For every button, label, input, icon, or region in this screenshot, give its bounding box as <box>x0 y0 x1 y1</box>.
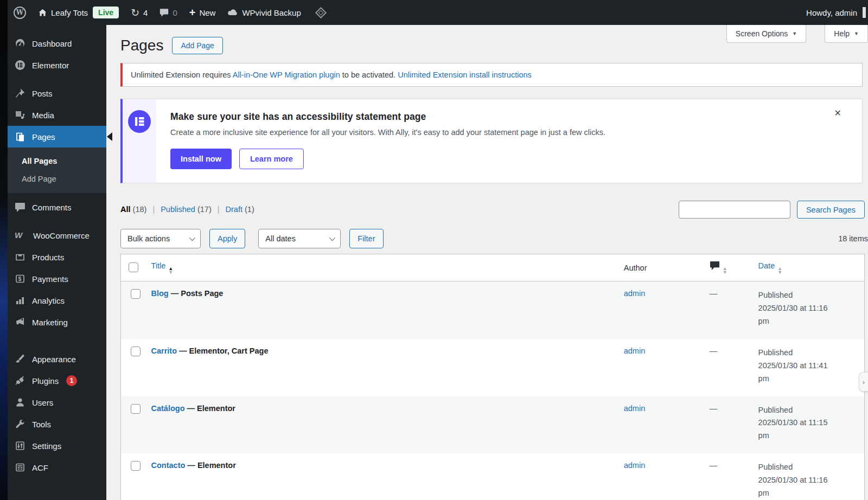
row-checkbox[interactable] <box>131 347 141 356</box>
date-cell: Published2025/01/30 at 11:15 pm <box>758 404 840 443</box>
new-content-link[interactable]: + New <box>183 0 222 25</box>
comments-icon <box>15 202 25 213</box>
sidebar-item-all-pages[interactable]: All Pages <box>8 152 106 170</box>
sidebar-item-users[interactable]: Users <box>8 392 106 413</box>
apply-button[interactable]: Apply <box>209 229 245 248</box>
install-instructions-link[interactable]: Unlimited Extension install instructions <box>398 70 532 79</box>
help-tab[interactable]: Help ▼ <box>825 25 868 43</box>
page-title-link[interactable]: Blog <box>151 289 168 298</box>
page-title-link[interactable]: Carrito <box>151 347 177 355</box>
sidebar-item-products[interactable]: Products <box>8 246 106 268</box>
megaphone-icon <box>15 317 25 328</box>
user-icon <box>15 397 25 408</box>
slideout-panel-handle[interactable]: › <box>859 372 868 392</box>
migration-plugin-link[interactable]: All-in-One WP Migration plugin <box>233 70 340 79</box>
sidebar-item-label: Users <box>32 398 53 407</box>
sidebar-item-acf[interactable]: ACF <box>8 457 106 478</box>
items-count: 18 items <box>838 234 868 243</box>
dates-filter-select[interactable]: All dates <box>258 229 341 248</box>
learn-more-button[interactable]: Learn more <box>239 149 304 169</box>
sidebar-item-pages[interactable]: Pages <box>8 126 106 148</box>
admin-bar: W Leafy Tots Live ↻ 4 0 + New WPvivid Ba… <box>8 0 868 25</box>
sidebar-item-label: Tools <box>32 420 51 429</box>
howdy-account-link[interactable]: Howdy, admin <box>806 8 857 17</box>
site-name: Leafy Tots <box>51 8 88 17</box>
author-link[interactable]: admin <box>624 404 646 413</box>
page-title: Pages <box>120 37 163 54</box>
sidebar-item-label: ACF <box>32 463 48 472</box>
sidebar-item-elementor[interactable]: Elementor <box>8 54 106 76</box>
sidebar-item-label: Payments <box>32 274 68 284</box>
main-content: Screen Options ▼ Help ▼ Pages Add Page U… <box>106 25 868 500</box>
author-column-header: Author <box>624 264 647 272</box>
sidebar-item-payments[interactable]: $ Payments <box>8 268 106 290</box>
sidebar-item-tools[interactable]: Tools <box>8 413 106 435</box>
filter-published-link[interactable]: Published <box>161 205 195 214</box>
comments-column-icon[interactable] <box>710 261 720 270</box>
sidebar-item-woocommerce[interactable]: W WooCommerce <box>8 225 106 246</box>
chevron-down-icon: ▼ <box>792 31 797 36</box>
filter-draft-link[interactable]: Draft <box>226 205 242 214</box>
page-title-suffix: — Posts Page <box>169 289 224 298</box>
table-header-row: Title▲▼ Author ▲▼ Date▲▼ <box>121 254 865 281</box>
chevron-down-icon: ▼ <box>854 31 859 36</box>
elementor-logo-column <box>123 99 156 183</box>
search-pages-button[interactable]: Search Pages <box>797 201 865 219</box>
row-checkbox[interactable] <box>131 404 141 414</box>
comments-count: 0 <box>173 8 177 17</box>
screen-options-tab[interactable]: Screen Options ▼ <box>726 25 806 43</box>
author-link[interactable]: admin <box>624 289 646 298</box>
svg-text:$: $ <box>18 275 22 282</box>
comments-link[interactable]: 0 <box>154 0 183 25</box>
filter-button[interactable]: Filter <box>349 229 383 248</box>
close-icon[interactable]: ✕ <box>834 108 841 118</box>
sidebar-item-analytics[interactable]: Analytics <box>8 290 106 311</box>
sidebar-item-dashboard[interactable]: Dashboard <box>8 33 106 54</box>
analytics-bars-icon <box>15 295 25 306</box>
site-name-link[interactable]: Leafy Tots Live <box>32 0 125 25</box>
settings-sliders-icon <box>15 440 25 451</box>
sidebar-item-add-page[interactable]: Add Page <box>8 170 106 188</box>
select-all-checkbox[interactable] <box>129 262 138 272</box>
sidebar-item-plugins[interactable]: Plugins 1 <box>8 370 106 392</box>
author-link[interactable]: admin <box>624 461 646 470</box>
elementor-logo-icon <box>128 110 151 133</box>
plus-icon: + <box>189 7 196 18</box>
author-link[interactable]: admin <box>624 347 646 355</box>
table-row: Contacto — Elementor admin — Published20… <box>121 453 865 500</box>
title-column-header[interactable]: Title <box>151 261 165 270</box>
sidebar-item-marketing[interactable]: Marketing <box>8 311 106 333</box>
install-now-button[interactable]: Install now <box>170 149 232 169</box>
page-title-link[interactable]: Catálogo <box>151 404 184 413</box>
pushpin-icon <box>15 88 25 99</box>
chevron-down-icon <box>189 235 195 241</box>
updates-link[interactable]: ↻ 4 <box>125 0 154 25</box>
plugin-diamond-menu[interactable] <box>307 0 335 25</box>
diamond-icon <box>313 4 329 21</box>
chevron-down-icon <box>329 235 335 241</box>
date-column-header[interactable]: Date <box>758 261 775 270</box>
page-title-link[interactable]: Contacto <box>151 461 185 470</box>
search-input[interactable] <box>679 201 790 219</box>
row-checkbox[interactable] <box>131 289 141 299</box>
page-title-suffix: — Elementor <box>185 461 235 470</box>
sidebar-item-media[interactable]: Media <box>8 104 106 126</box>
row-checkbox[interactable] <box>131 461 141 471</box>
wpvivid-backup-link[interactable]: WPvivid Backup <box>221 0 307 25</box>
pages-submenu: All Pages Add Page <box>8 148 106 193</box>
brush-icon <box>15 354 25 364</box>
comment-count: — <box>710 404 718 413</box>
dates-filter-value: All dates <box>265 234 296 243</box>
add-page-button[interactable]: Add Page <box>172 37 223 54</box>
sidebar-item-label: WooCommerce <box>33 231 90 240</box>
screen-options-label: Screen Options <box>736 29 788 38</box>
sidebar-item-posts[interactable]: Posts <box>8 82 106 104</box>
avatar[interactable] <box>863 7 866 18</box>
sidebar-item-comments[interactable]: Comments <box>8 196 106 218</box>
wp-logo-menu[interactable]: W <box>8 0 32 25</box>
bulk-actions-select[interactable]: Bulk actions <box>120 229 201 248</box>
sidebar-item-label: Comments <box>32 203 72 212</box>
sidebar-item-settings[interactable]: Settings <box>8 435 106 457</box>
sidebar-item-appearance[interactable]: Appearance <box>8 348 106 370</box>
filter-all-link[interactable]: All <box>120 205 131 214</box>
